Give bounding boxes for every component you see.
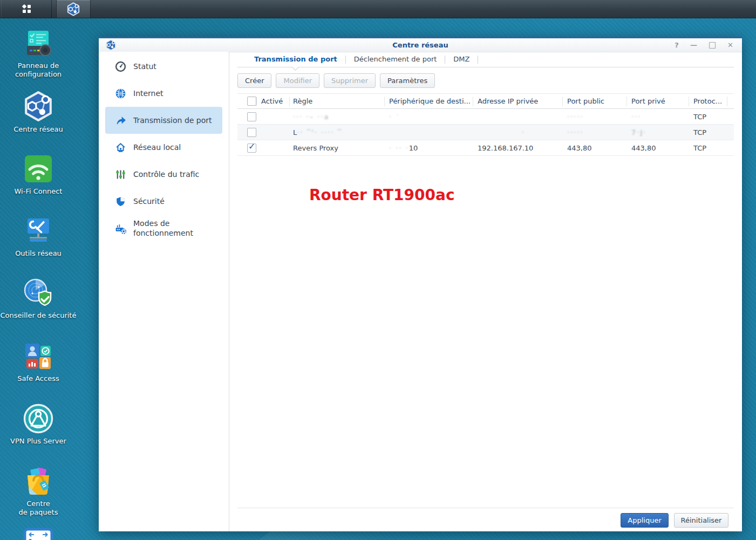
sidebar-item-label: Internet [133,88,164,98]
table-row[interactable]: ··· ·– ··a · ˙ ····· ··· TCP [237,109,734,125]
desktop-background: Panneau de configuration Centre réseau W… [0,0,756,540]
column-header-active[interactable]: Activé [257,97,290,106]
modify-button[interactable]: Modifier [276,73,319,88]
desktop-icon-partial-bottom[interactable] [0,528,77,540]
column-header-private-port[interactable]: Port privé [627,97,689,106]
tab-dmz[interactable]: DMZ [445,52,478,67]
safe-access-icon [23,341,53,371]
select-all-checkbox[interactable] [247,97,256,106]
tab-transmission-de-port[interactable]: Transmission de port [246,52,345,67]
rule-name: Revers Proxy [290,144,385,152]
taskbar [0,0,756,18]
network-center-icon [23,91,54,122]
help-icon[interactable]: ? [675,42,679,49]
control-panel-icon [23,28,53,58]
column-header-private-ip[interactable]: Adresse IP privée [473,97,563,106]
desktop-icon-label: Wi-Fi Connect [0,187,82,196]
redacted-ip: · [522,128,525,136]
sidebar-item-controle-du-trafic[interactable]: Contrôle du trafic [105,161,222,188]
sidebar-item-transmission-de-port[interactable]: Transmission de port [105,107,222,134]
table-header: Activé Règle Périphérique de desti... Ad… [237,93,734,109]
desktop-icon-conseiller-de-securite[interactable]: Conseiller de sécurité [0,278,77,320]
sliders-icon [115,169,126,180]
protocol-value: TCP [689,113,727,121]
sidebar-item-label: Statut [133,61,156,71]
taskbar-network-center-button[interactable] [56,0,91,18]
port-forwarding-table: Activé Règle Périphérique de desti... Ad… [237,93,734,156]
maximize-icon[interactable]: □ [709,41,716,49]
sidebar-item-internet[interactable]: Internet [105,80,222,107]
redacted-private-port: 7·J· [631,128,646,136]
column-header-protocol[interactable]: Protoc... [689,97,727,106]
tab-label: Transmission de port [254,55,337,63]
sidebar-item-securite[interactable]: Sécurité [105,188,222,215]
device-value: 10 [409,144,418,152]
window-title: Centre réseau [99,41,742,49]
desktop-icon-centre-de-paquets[interactable]: Centre de paquets [0,466,77,517]
sidebar-item-label: Transmission de port [133,115,212,125]
column-header-rule[interactable]: Règle [290,97,385,106]
redacted-rule: ·· ‾'· ···· ‾ [297,128,342,136]
tab-bar: Transmission de port Déclenchement de po… [237,52,734,67]
table-row[interactable]: L·· ‾'· ···· ‾ · ····· 7·J· TCP [237,125,734,140]
desktop-icon-vpn-plus-server[interactable]: VPN Plus Server [0,404,77,446]
reset-button[interactable]: Réinitialiser [674,513,728,528]
sidebar-item-statut[interactable]: Statut [105,53,222,80]
tab-declenchement-de-port[interactable]: Déclenchement de port [346,52,445,67]
network-center-icon [66,2,80,16]
private-port-value: 443,80 [627,144,689,152]
row-checkbox[interactable] [247,112,256,121]
toolbar: Créer Modifier Supprimer Paramètres [237,73,435,89]
desktop-icon-label: Panneau de configuration [0,61,82,79]
table-row-revers-proxy[interactable]: ✓ Revers Proxy · ·· ·10 192.168.167.10 4… [237,140,734,156]
close-icon[interactable]: ✕ [727,42,733,49]
desktop-icon-outils-reseau[interactable]: Outils réseau [0,216,77,258]
desktop-icon-label: Safe Access [0,374,82,383]
tab-label: Déclenchement de port [354,55,437,63]
active-tab-notch [292,64,299,71]
desktop-icon-centre-reseau[interactable]: Centre réseau [0,91,77,134]
desktop-icon-wifi-connect[interactable]: Wi-Fi Connect [0,154,77,196]
desktop-icon-label: Centre de paquets [0,500,82,517]
footer-separator [237,508,734,508]
sidebar-item-label: Réseau local [133,142,181,152]
delete-button[interactable]: Supprimer [324,73,376,88]
desktop-icon-safe-access[interactable]: Safe Access [0,341,77,383]
desktop-icon-label: Outils réseau [0,249,82,258]
apply-button[interactable]: Appliquer [621,513,669,528]
sidebar-item-label: Modes de fonctionnement [133,218,193,238]
redacted-private-port: ··· [631,113,641,121]
scrollbar-gutter [727,97,734,106]
network-center-window: Centre réseau ? — □ ✕ Statut [99,37,742,531]
redacted-device: · ˙ [389,113,400,121]
window-content: Transmission de port Déclenchement de po… [237,52,734,531]
desktop-icon-panneau-de-configuration[interactable]: Panneau de configuration [0,28,77,79]
column-header-public-port[interactable]: Port public [563,97,627,106]
sidebar-item-modes-de-fonctionnement[interactable]: Modes de fonctionnement [105,215,222,242]
row-checkbox[interactable]: ✓ [247,143,256,153]
settings-button[interactable]: Paramètres [380,73,435,88]
tab-label: DMZ [453,55,469,63]
public-port-value: 443,80 [563,144,627,152]
home-network-icon [115,142,126,153]
redacted-rule: ··· ·– ··a [293,113,330,121]
row-checkbox[interactable] [247,128,256,137]
protocol-value: TCP [689,144,727,152]
wifi-connect-icon [23,154,53,184]
window-titlebar[interactable]: Centre réseau ? — □ ✕ [99,38,742,52]
router-gear-icon [115,223,126,234]
minimize-icon[interactable]: — [690,42,697,49]
sidebar-item-label: Contrôle du trafic [133,169,199,179]
sidebar-item-label: Sécurité [133,196,165,206]
sidebar-item-reseau-local[interactable]: Réseau local [105,134,222,161]
vpn-plus-icon [23,404,53,434]
main-menu-button[interactable] [1,0,52,18]
create-button[interactable]: Créer [237,73,271,88]
protocol-value: TCP [689,128,727,136]
partial-window-icon [23,528,53,540]
security-advisor-icon [23,278,53,308]
column-header-device[interactable]: Périphérique de desti... [385,97,473,106]
globe-icon [115,88,126,99]
desktop-icon-label: Centre réseau [0,125,82,134]
forward-arrow-icon [115,115,126,126]
